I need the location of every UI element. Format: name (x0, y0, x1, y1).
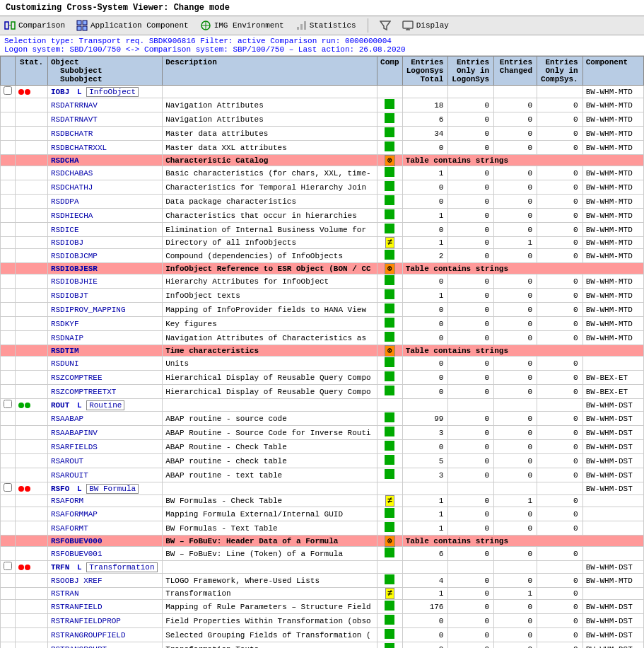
row-comp (377, 454, 402, 468)
row-e4: 0 (537, 371, 583, 385)
status-bar: Selection type: Transport req. SBDK90681… (0, 35, 644, 56)
row-component: BW-WHM-DST (582, 399, 643, 412)
row-checkbox-cell[interactable] (1, 86, 16, 98)
row-checkbox-cell (1, 495, 16, 507)
row-e1: 4 (402, 574, 448, 588)
row-e2: 0 (448, 180, 494, 195)
svg-rect-4 (83, 21, 87, 25)
row-e2 (448, 482, 494, 495)
row-component (582, 357, 643, 371)
row-e3: 0 (494, 317, 537, 331)
row-e1: 0 (402, 440, 448, 454)
row-checkbox-cell (1, 547, 16, 561)
row-object: RSDUNI (47, 357, 162, 371)
row-e1: 1 (402, 237, 448, 249)
row-e4: 0 (537, 495, 583, 507)
row-e3: 0 (494, 180, 537, 195)
row-stat (16, 385, 48, 399)
row-e1: 34 (402, 127, 448, 141)
row-checkbox-cell (1, 426, 16, 440)
row-object: RSAROUT (47, 454, 162, 468)
row-desc: Master data XXL attributes (163, 141, 377, 155)
table-row: RSFOBUEV000 BW – FoBuEv: Header Data of … (1, 536, 644, 547)
row-stat (16, 536, 48, 547)
row-desc: Mapping Formula External/Internal GUID (163, 507, 377, 521)
row-desc: BW – FoBuEv: Line (Token) of a Formula (163, 547, 377, 561)
row-object: RSARFIELDS (47, 440, 162, 454)
row-component: BW-WHM-MTD (582, 86, 643, 98)
table-row: RSAROUIT ABAP routine - text table 3 0 0… (1, 468, 644, 482)
row-e4: 0 (537, 454, 583, 468)
row-component: BW-WHM-DST (582, 426, 643, 440)
row-desc: ABAP routine - text table (163, 468, 377, 482)
row-component: BW-WHM-MTD (582, 274, 643, 289)
row-checkbox-cell (1, 440, 16, 454)
row-object: IOBJ L InfoObject (47, 86, 162, 98)
svg-rect-14 (403, 21, 413, 28)
row-comp (377, 209, 402, 223)
row-dots (16, 561, 48, 574)
table-row: RSFO L BW Formula BW-WHM-DST (1, 482, 644, 495)
svg-marker-13 (380, 21, 390, 30)
row-comp: ⊗ (377, 536, 402, 547)
row-e1: 2 (402, 249, 448, 263)
table-header-row: Stat. Object Subobject Subobject Descrip… (1, 57, 644, 86)
row-e4: 0 (537, 166, 583, 180)
row-comp (377, 574, 402, 588)
row-checkbox-cell[interactable] (1, 399, 16, 412)
row-comp (377, 507, 402, 521)
row-object: RSDICE (47, 223, 162, 237)
table-row: RSDTIM Time characteristics ⊗ Table cont… (1, 345, 644, 357)
row-desc: Field Properties Within Transformation (… (163, 614, 377, 628)
row-e2: 0 (448, 209, 494, 223)
row-component (582, 588, 643, 600)
row-checkbox-cell (1, 195, 16, 209)
row-desc: Selected Grouping Fields of Transformati… (163, 628, 377, 642)
row-checkbox-cell[interactable] (1, 482, 16, 495)
row-desc: BW – FoBuEv: Header Data of a Formula (163, 536, 377, 547)
row-comp (377, 440, 402, 454)
row-e1: 99 (402, 412, 448, 426)
header-entries-logon: EntriesOnly inLogonSys (448, 57, 494, 86)
row-stat (16, 468, 48, 482)
toolbar-comparison[interactable]: Comparison (4, 20, 65, 31)
filter-icon (380, 20, 391, 31)
row-comp (377, 127, 402, 141)
row-desc (163, 86, 377, 98)
row-e4: 0 (537, 180, 583, 195)
toolbar-app-component[interactable]: Application Component (76, 20, 189, 31)
row-checkbox-cell (1, 628, 16, 642)
row-desc: BW Formulas - Check Table (163, 495, 377, 507)
row-e4: 0 (537, 209, 583, 223)
row-comp (377, 86, 402, 98)
row-stat (16, 155, 48, 166)
table-row: RSDDPA Data package characteristics 0 0 … (1, 195, 644, 209)
toolbar-display[interactable]: Display (402, 20, 449, 31)
row-component: BW-WHM-MTD (582, 180, 643, 195)
row-stat (16, 588, 48, 600)
row-dots (16, 399, 48, 412)
row-comp: ≠ (377, 237, 402, 249)
row-e2: 0 (448, 412, 494, 426)
row-comp: ⊗ (377, 263, 402, 274)
row-object: RSTRAN (47, 588, 162, 600)
row-object: RSDTIM (47, 345, 162, 357)
row-comp (377, 521, 402, 536)
toolbar-filter[interactable] (380, 20, 391, 31)
row-desc: ABAP routine - source code (163, 412, 377, 426)
row-checkbox-cell[interactable] (1, 561, 16, 574)
row-desc: BW Formulas - Text Table (163, 521, 377, 536)
row-e2: 0 (448, 454, 494, 468)
toolbar-statistics[interactable]: Statistics (295, 20, 356, 31)
row-desc: Navigation Attributes of Characteristics… (163, 331, 377, 345)
table-row: RSDHIECHA Characteristics that occur in … (1, 209, 644, 223)
row-e2: 0 (448, 371, 494, 385)
row-e1 (402, 561, 448, 574)
row-object: RSDATRRNAV (47, 98, 162, 112)
row-e1: 0 (402, 141, 448, 155)
row-e1: 1 (402, 289, 448, 303)
row-e3: 0 (494, 112, 537, 127)
row-component: BW-WHM-MTD (582, 223, 643, 237)
toolbar-img-env[interactable]: IMG Environment (200, 20, 284, 31)
table-row: RSDKYF Key figures 0 0 0 0 BW-WHM-MTD (1, 317, 644, 331)
